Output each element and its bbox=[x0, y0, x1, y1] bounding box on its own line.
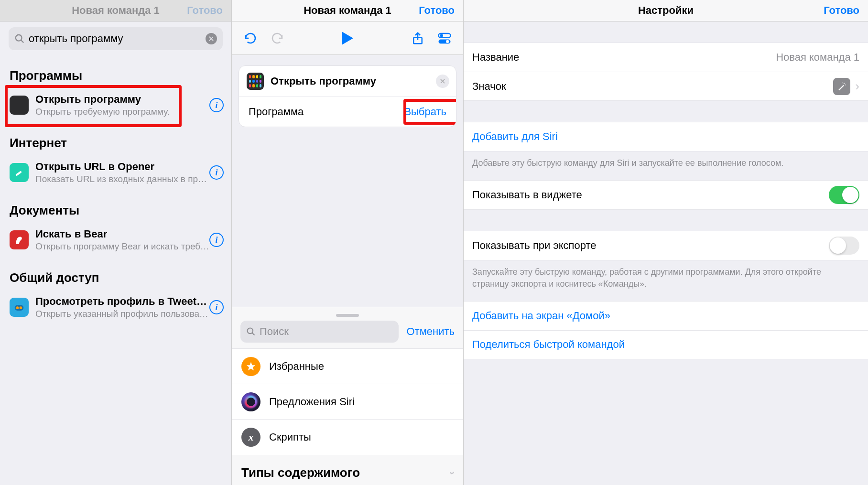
info-icon[interactable]: i bbox=[209, 98, 224, 112]
siri-icon bbox=[241, 392, 260, 411]
add-to-home-label: Добавить на экран «Домой» bbox=[472, 310, 610, 322]
setting-share-shortcut[interactable]: Поделиться быстрой командой bbox=[464, 330, 868, 359]
search-input[interactable] bbox=[29, 32, 206, 45]
search-bar[interactable] bbox=[9, 27, 223, 50]
clear-icon[interactable] bbox=[206, 33, 217, 44]
action-tweetbot-profile[interactable]: Просмотреть профиль в Tweet… Открыть ука… bbox=[0, 289, 231, 325]
setting-name-value: Новая команда 1 bbox=[776, 51, 859, 64]
setting-add-to-siri[interactable]: Добавить для Siri bbox=[464, 122, 868, 151]
tweetbot-icon bbox=[10, 298, 29, 317]
left-panel: Новая команда 1 Готово Программы Открыть… bbox=[0, 0, 232, 485]
action-title: Искать в Bear bbox=[35, 228, 209, 240]
action-drawer[interactable]: Поиск Отменить Избранные Предложения Sir… bbox=[232, 307, 463, 485]
search-icon bbox=[246, 327, 256, 336]
setting-show-on-export[interactable]: Показывать при экспорте bbox=[464, 231, 868, 260]
action-open-app[interactable]: Открыть программу Открыть требуемую прог… bbox=[0, 87, 231, 123]
svg-rect-4 bbox=[15, 171, 22, 176]
section-sharing-heading: Общий доступ bbox=[0, 258, 231, 289]
share-icon[interactable] bbox=[411, 31, 425, 45]
svg-point-18 bbox=[844, 83, 845, 84]
card-param-app[interactable]: Программа Выбрать bbox=[239, 97, 456, 127]
app-grid-icon bbox=[10, 96, 29, 115]
bear-icon bbox=[10, 230, 29, 249]
param-label: Программа bbox=[249, 106, 304, 118]
settings-header: Настройки Готово bbox=[464, 0, 868, 22]
card-title: Открыть программу bbox=[271, 75, 376, 87]
left-header-title: Новая команда 1 bbox=[72, 4, 160, 17]
param-value[interactable]: Выбрать bbox=[404, 106, 446, 118]
export-footer-text: Запускайте эту быструю команду, работая … bbox=[464, 260, 868, 301]
editor-panel: Новая команда 1 Готово bbox=[232, 0, 464, 485]
svg-rect-5 bbox=[15, 305, 24, 311]
editor-toolbar bbox=[232, 22, 463, 55]
left-header: Новая команда 1 Готово bbox=[0, 0, 231, 22]
drawer-item-label: Избранные bbox=[269, 360, 324, 373]
drawer-item-favorites[interactable]: Избранные bbox=[232, 349, 463, 384]
drawer-section-title: Типы содержимого bbox=[241, 465, 360, 480]
setting-icon[interactable]: Значок › bbox=[464, 72, 868, 100]
drawer-item-siri[interactable]: Предложения Siri bbox=[232, 384, 463, 420]
play-icon[interactable] bbox=[342, 32, 353, 45]
svg-line-16 bbox=[252, 333, 255, 335]
drawer-section-content-types[interactable]: Типы содержимого › bbox=[232, 455, 463, 485]
star-icon bbox=[241, 357, 260, 376]
svg-point-0 bbox=[16, 35, 22, 41]
svg-point-15 bbox=[248, 328, 253, 334]
svg-point-6 bbox=[16, 306, 19, 309]
svg-point-7 bbox=[20, 306, 22, 309]
svg-point-19 bbox=[845, 84, 846, 85]
svg-marker-17 bbox=[247, 362, 255, 370]
action-card-open-app: Открыть программу Программа Выбрать bbox=[239, 65, 456, 127]
action-title: Открыть программу bbox=[35, 93, 209, 106]
settings-header-title: Настройки bbox=[638, 4, 694, 17]
drawer-item-label: Предложения Siri bbox=[269, 396, 355, 408]
svg-point-20 bbox=[842, 82, 843, 83]
wand-icon bbox=[833, 78, 850, 95]
settings-toggle-icon[interactable] bbox=[437, 31, 452, 45]
drawer-cancel-button[interactable]: Отменить bbox=[406, 325, 455, 338]
export-label: Показывать при экспорте bbox=[472, 239, 829, 252]
drawer-search[interactable]: Поиск bbox=[240, 321, 399, 343]
chevron-down-icon: › bbox=[445, 471, 458, 474]
export-toggle[interactable] bbox=[829, 237, 859, 255]
action-open-url-opener[interactable]: Открыть URL в Opener Показать URL из вхо… bbox=[0, 154, 231, 191]
editor-canvas: Открыть программу Программа Выбрать bbox=[232, 55, 463, 307]
section-programs-heading: Программы bbox=[0, 56, 231, 87]
editor-header: Новая команда 1 Готово bbox=[232, 0, 463, 22]
redo-icon bbox=[270, 31, 284, 45]
editor-done-button[interactable]: Готово bbox=[419, 4, 455, 17]
settings-done-button[interactable]: Готово bbox=[824, 4, 859, 17]
section-documents-heading: Документы bbox=[0, 191, 231, 222]
action-subtitle: Открыть требуемую программу. bbox=[35, 107, 209, 117]
setting-show-in-widget[interactable]: Показывать в виджете bbox=[464, 181, 868, 209]
action-search-bear[interactable]: Искать в Bear Открыть программу Bear и и… bbox=[0, 222, 231, 258]
drawer-grabber[interactable] bbox=[336, 314, 359, 317]
drawer-item-scripts[interactable]: x Скрипты bbox=[232, 420, 463, 455]
action-title: Просмотреть профиль в Tweet… bbox=[35, 295, 209, 308]
action-title: Открыть URL в Opener bbox=[35, 161, 209, 173]
add-to-siri-label: Добавить для Siri bbox=[472, 130, 558, 143]
action-subtitle: Открыть указанный профиль пользовате… bbox=[35, 309, 209, 319]
info-icon[interactable]: i bbox=[209, 233, 224, 247]
setting-add-to-home[interactable]: Добавить на экран «Домой» bbox=[464, 302, 868, 330]
svg-point-10 bbox=[440, 34, 443, 37]
left-done-button[interactable]: Готово bbox=[187, 4, 223, 17]
app-grid-icon bbox=[247, 73, 264, 90]
info-icon[interactable]: i bbox=[209, 300, 224, 314]
svg-line-1 bbox=[21, 40, 24, 43]
info-icon[interactable]: i bbox=[209, 165, 224, 180]
siri-footer-text: Добавьте эту быструю команду для Siri и … bbox=[464, 151, 868, 180]
opener-icon bbox=[10, 163, 29, 182]
editor-header-title: Новая команда 1 bbox=[304, 4, 391, 17]
setting-name-label: Название bbox=[472, 51, 776, 64]
script-icon: x bbox=[241, 428, 260, 447]
undo-icon[interactable] bbox=[243, 31, 258, 45]
setting-name[interactable]: Название Новая команда 1 bbox=[464, 43, 868, 72]
drawer-item-label: Скрипты bbox=[269, 431, 311, 443]
widget-toggle[interactable] bbox=[829, 186, 859, 204]
svg-point-12 bbox=[446, 40, 449, 43]
drawer-search-placeholder: Поиск bbox=[260, 325, 289, 338]
section-internet-heading: Интернет bbox=[0, 123, 231, 154]
close-icon[interactable] bbox=[436, 75, 449, 88]
action-subtitle: Открыть программу Bear и искать требу… bbox=[35, 241, 209, 252]
